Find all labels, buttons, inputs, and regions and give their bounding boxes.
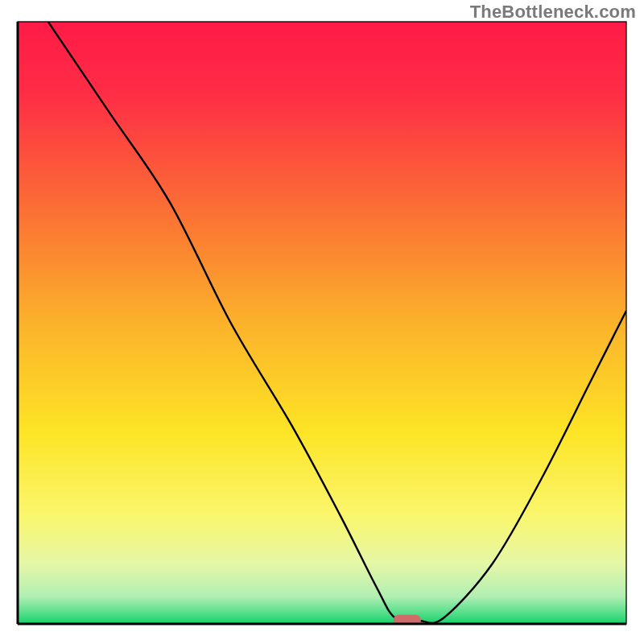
- plot-svg: [0, 0, 644, 644]
- bottleneck-chart: TheBottleneck.com: [0, 0, 644, 644]
- watermark-label: TheBottleneck.com: [470, 2, 636, 23]
